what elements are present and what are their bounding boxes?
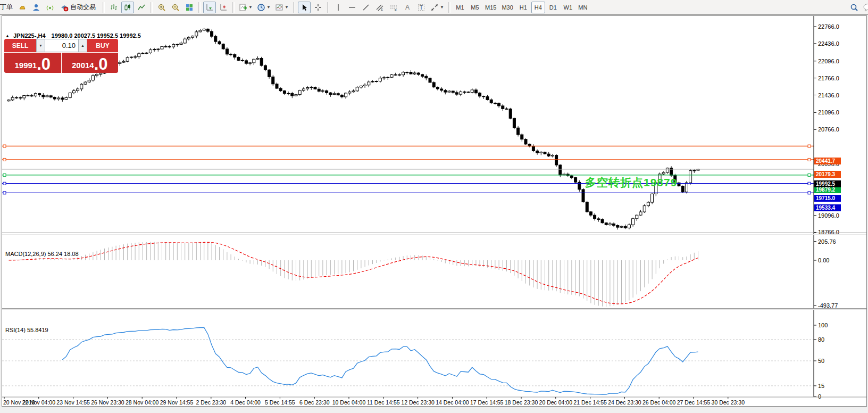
chat-icon[interactable] — [862, 2, 868, 13]
buy-button[interactable]: BUY — [87, 39, 118, 52]
svg-text:19096.0: 19096.0 — [818, 212, 839, 219]
line-handle — [3, 182, 6, 185]
hline-price-tag[interactable]: 19533.4 — [814, 204, 841, 211]
vertical-line-tool-icon[interactable] — [332, 2, 345, 13]
svg-text:21 Dec 14:55: 21 Dec 14:55 — [573, 399, 607, 406]
sell-price-display[interactable]: 19991 .0 — [4, 53, 61, 73]
svg-text:17 Dec 14:55: 17 Dec 14:55 — [470, 399, 504, 406]
macd-label: MACD(12,26,9) 56.24 18.08 — [5, 251, 79, 257]
chart-title: ▲ JPN225-,H4 19980.0 20027.5 19952.5 199… — [5, 32, 141, 39]
sell-price-pips: .0 — [37, 56, 51, 72]
toolbar-separator — [327, 2, 329, 13]
gold-symbol-icon[interactable] — [16, 2, 29, 13]
buy-price-main: 20014 — [72, 59, 94, 72]
svg-text:30 Dec 23:30: 30 Dec 23:30 — [712, 399, 745, 406]
arrows-tool-button[interactable]: ▼ — [429, 2, 446, 13]
templates-button[interactable]: ▼ — [273, 2, 290, 13]
svg-text:26 Nov 23:30: 26 Nov 23:30 — [91, 399, 124, 406]
timeframe-M5[interactable]: M5 — [468, 2, 482, 13]
signals-icon[interactable] — [44, 2, 56, 13]
chart-shift-icon[interactable] — [217, 2, 230, 13]
svg-text:A: A — [405, 4, 410, 11]
hline-price-tag[interactable]: 19715.0 — [814, 195, 841, 202]
timeframe-H1[interactable]: H1 — [516, 2, 530, 13]
autotrading-label: 自动交易 — [69, 3, 97, 12]
svg-text:6 Dec 23:30: 6 Dec 23:30 — [299, 399, 330, 406]
zoom-in-icon[interactable] — [155, 2, 168, 13]
auto-scroll-icon[interactable] — [203, 2, 216, 13]
chart-canvas: 22766.022436.022096.021766.021436.021096… — [0, 15, 868, 413]
new-order-label: 丁单 — [0, 3, 14, 12]
svg-text:22096.0: 22096.0 — [818, 58, 839, 64]
buy-price-display[interactable]: 20014 .0 — [62, 53, 119, 73]
hline-price-tag[interactable]: 20441.7 — [814, 158, 841, 164]
line-handle — [808, 145, 811, 147]
line-handle — [808, 158, 811, 161]
timeframe-D1[interactable]: D1 — [546, 2, 560, 13]
timeframe-H4[interactable]: H4 — [531, 2, 545, 13]
cursor-tool-icon[interactable] — [298, 2, 311, 13]
line-handle — [808, 174, 811, 176]
line-handle — [3, 192, 6, 194]
volume-increase-button[interactable]: ▲ — [78, 39, 87, 52]
mt4-terminal: 丁单 自动交易 — [0, 0, 868, 413]
timeframe-M30[interactable]: M30 — [499, 2, 515, 13]
fibonacci-tool-icon[interactable]: F — [387, 2, 400, 13]
svg-text:12 Dec 23:30: 12 Dec 23:30 — [401, 399, 435, 406]
ohlc-values: 19980.0 20027.5 19952.5 19992.5 — [52, 32, 141, 39]
svg-text:21096.0: 21096.0 — [818, 109, 839, 115]
chart-annotation-text[interactable]: 多空转折点19879 — [585, 175, 677, 190]
toolbar-separator — [103, 2, 105, 13]
text-tool-icon[interactable]: A — [401, 2, 414, 13]
search-icon[interactable] — [848, 2, 861, 13]
svg-text:14 Dec 04:00: 14 Dec 04:00 — [436, 399, 469, 406]
account-icon[interactable] — [30, 2, 43, 13]
channel-tool-icon[interactable]: E — [373, 2, 386, 13]
bar-chart-mode-icon[interactable] — [107, 2, 120, 13]
sell-price-main: 19991 — [14, 59, 37, 72]
volume-decrease-button[interactable]: ▼ — [36, 39, 45, 52]
chevron-down-icon: ▼ — [248, 5, 253, 10]
toolbar-separator — [232, 2, 235, 13]
periods-button[interactable]: ▼ — [255, 2, 272, 13]
line-chart-mode-icon[interactable] — [135, 2, 148, 13]
svg-text:21436.0: 21436.0 — [818, 92, 839, 98]
svg-text:10 Dec 04:00: 10 Dec 04:00 — [332, 399, 366, 406]
chart-window: 22766.022436.022096.021766.021436.021096… — [0, 15, 868, 413]
crosshair-tool-icon[interactable] — [312, 2, 324, 13]
autotrading-button[interactable]: 自动交易 — [57, 2, 100, 13]
toolbar-separator — [198, 2, 201, 13]
hline-price-tag[interactable]: 20179.3 — [814, 171, 841, 178]
line-handle — [3, 145, 6, 147]
buy-price-pips: .0 — [94, 56, 108, 72]
timeframe-M15[interactable]: M15 — [483, 2, 498, 13]
timeframe-M1[interactable]: M1 — [453, 2, 467, 13]
timeframe-MN[interactable]: MN — [576, 2, 590, 13]
collapse-icon[interactable]: ▲ — [5, 34, 10, 38]
new-order-button[interactable]: 丁单 — [0, 2, 15, 13]
chevron-down-icon: ▼ — [440, 5, 444, 10]
trendline-tool-icon[interactable] — [360, 2, 372, 13]
sell-button[interactable]: SELL — [4, 39, 36, 52]
horizontal-line-tool-icon[interactable] — [346, 2, 358, 13]
timeframe-W1[interactable]: W1 — [561, 2, 575, 13]
chevron-down-icon: ▼ — [266, 5, 271, 10]
volume-input[interactable]: 0.10 — [45, 39, 78, 52]
svg-text:-493.77: -493.77 — [818, 302, 838, 309]
tile-windows-icon[interactable] — [183, 2, 196, 13]
svg-text:F: F — [395, 9, 397, 12]
svg-text:50: 50 — [818, 358, 824, 364]
candlestick-mode-icon[interactable] — [121, 2, 134, 13]
svg-text:27 Dec 14:55: 27 Dec 14:55 — [677, 399, 711, 406]
svg-text:22766.0: 22766.0 — [818, 23, 839, 30]
svg-text:205.76: 205.76 — [818, 238, 836, 245]
indicators-button[interactable]: ▼ — [237, 2, 254, 13]
svg-text:21766.0: 21766.0 — [818, 75, 839, 81]
text-label-tool-icon[interactable]: T — [415, 2, 428, 13]
chevron-down-icon: ▼ — [285, 5, 289, 10]
zoom-out-icon[interactable] — [169, 2, 182, 13]
rsi-label: RSI(14) 55.8419 — [5, 327, 48, 333]
svg-text:T: T — [420, 5, 423, 11]
svg-text:22436.0: 22436.0 — [818, 40, 839, 47]
line-handle — [808, 182, 811, 185]
